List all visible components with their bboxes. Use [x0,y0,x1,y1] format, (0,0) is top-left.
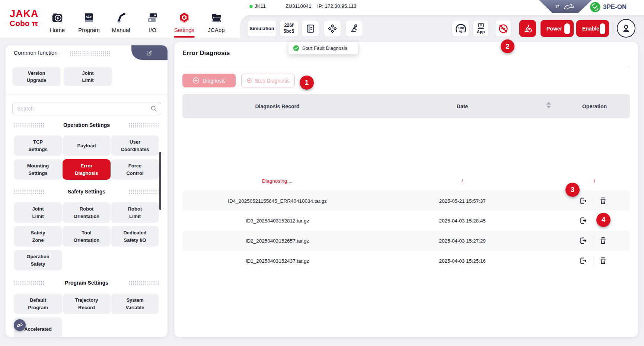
pulse-icon [192,77,200,84]
delete-record-button[interactable] [599,196,608,205]
nav-settings[interactable]: Settings [169,11,200,33]
annotation-badge-1: 1 [300,76,314,90]
apps-grid-button[interactable] [323,20,341,37]
delete-record-button[interactable] [599,236,608,245]
delete-record-button[interactable] [599,256,608,265]
sidebar-item-joint-limit[interactable]: JointLimit [14,202,62,223]
export-record-button[interactable] [579,236,588,245]
robot-power-icon [523,23,533,34]
export-record-button[interactable] [579,216,588,225]
power-toggle-button[interactable]: Power [541,20,574,37]
simulation-label: Simulation [249,26,274,31]
diagnosis-button-label: Diagnosis [203,78,225,84]
sidebar-item-payload[interactable]: Payload [63,135,111,156]
btn-line: System [126,297,143,304]
table-row-date: 2025-05-21 15:57:37 [393,191,531,211]
nav-program[interactable]: </> Program [73,11,105,33]
table-row-record: ID2_20250403152657.tar.gz [208,231,346,251]
annotation-badge-4: 4 [596,213,610,227]
btn-line: Joint [32,205,44,213]
diagnosis-disabled-button[interactable] [495,20,511,37]
sidebar-item-tool-orientation[interactable]: ToolOrientation [63,226,111,247]
manual-robot-arm-icon [105,11,137,25]
dots-decoration [128,123,160,128]
row-operations [579,196,608,206]
nav-settings-label: Settings [169,27,200,33]
sidebar-item-robot-limit[interactable]: RobotLimit [111,202,159,223]
user-icon [621,23,631,33]
export-record-button[interactable] [579,196,588,205]
btn-line: Robot [80,205,94,213]
quick-joint-limit-button[interactable]: Joint Limit [64,67,112,86]
nav-home[interactable]: Home [42,11,73,33]
nav-manual[interactable]: Manual [105,11,137,33]
svg-text:</>: </> [86,15,92,19]
btn-line: Error [81,162,93,170]
io-icon [137,11,168,25]
sidebar-item-mounting-settings[interactable]: MountingSettings [14,159,62,180]
user-account-button[interactable] [617,19,635,38]
stop-diagnosis-button[interactable]: Stop Diagnosis [241,74,295,87]
sidebar-item-user-coordinates[interactable]: UserCoordinates [111,135,159,156]
export-record-button[interactable] [579,256,588,265]
annotation-badge-2: 2 [501,39,514,53]
sidebar-tab-title: Common function [14,49,58,56]
btn-line: Accelerated [24,326,52,333]
nav-home-label: Home [42,27,73,33]
sidebar-item-default-program[interactable]: DefaultProgram [14,294,62,314]
stop-diagnosis-button-label: Stop Diagnosis [255,78,290,84]
robot-online-dot [249,5,253,8]
laptop-gear-icon: ⚙ [477,23,485,29]
sidebar-scrollbar[interactable] [159,152,161,210]
enable-toggle-button[interactable]: Enable [576,20,609,37]
version-button[interactable]: 226f 5bc5 [280,20,298,37]
nav-io[interactable]: I/O [137,11,168,33]
safety-mode-label: 3PE-ON [603,3,627,11]
table-row-date: 2025-04-03 15:25:16 [393,251,531,271]
quick-btn-line1: Joint [82,70,93,77]
table-row-date: 2025-04-03 15:27:29 [393,231,531,251]
dots-decoration [14,189,45,194]
sidebar-item-tcp-settings[interactable]: TCPSettings [14,135,62,156]
power-label: Power [546,26,562,32]
robot-pose-button[interactable] [345,20,363,37]
enable-label: Enable [582,26,599,32]
diamond-grid-icon [328,24,337,33]
sidebar-item-trajectory-record[interactable]: TrajectoryRecord [63,294,111,314]
link-icon [16,322,23,329]
title-divider [182,66,630,66]
btn-line: Force [128,162,141,170]
col-header-operation: Operation [526,94,644,118]
table-row-date: 2025-04-03 15:28:45 [393,211,531,231]
sidebar-edit-tab[interactable] [131,45,168,60]
simulation-mode-button[interactable]: Simulation [247,20,277,37]
operation-divider [593,196,593,206]
robot-pose-icon [350,24,359,33]
program-icon: </> [73,11,105,25]
btn-line: Operation [26,253,49,260]
success-check-icon [293,45,299,51]
start-fault-diagnosis-tooltip: Start Fault Diagnosis [288,42,358,54]
robot-power-button[interactable] [519,20,536,37]
swipe-hand-icon: ⇄ [555,2,576,11]
quick-version-upgrade-button[interactable]: Version Upgrade [12,67,61,86]
annotation-badge-3: 3 [565,183,580,197]
sidebar-item-robot-orientation[interactable]: RobotOrientation [63,202,111,223]
search-input[interactable] [12,102,161,115]
log-panel-button[interactable] [302,20,319,37]
diagnosis-button[interactable]: Diagnosis [182,74,236,87]
floating-link-button[interactable] [14,319,26,331]
sidebar-item-system-variable[interactable]: SystemVariable [111,294,159,314]
btn-line: TCP [33,138,43,146]
version-line2: 5bc5 [284,29,294,35]
sidebar-item-dedicated-safety-io[interactable]: DedicatedSafety I/O [111,226,159,247]
sidebar-item-safety-zone[interactable]: SafetyZone [14,226,62,247]
app-button[interactable]: ⚙ App [473,20,489,37]
table-row-record: Diagnosing.... [208,171,346,191]
sidebar-item-force-control[interactable]: ForceControl [111,159,159,180]
sidebar-item-operation-safety[interactable]: OperationSafety [14,250,62,270]
speed-gauge-button[interactable]: 100% [452,20,469,37]
nav-jcapp[interactable]: JCApp [201,11,232,33]
btn-line: Payload [77,142,96,150]
sidebar-item-error-diagnosis[interactable]: ErrorDiagnosis [63,159,111,180]
